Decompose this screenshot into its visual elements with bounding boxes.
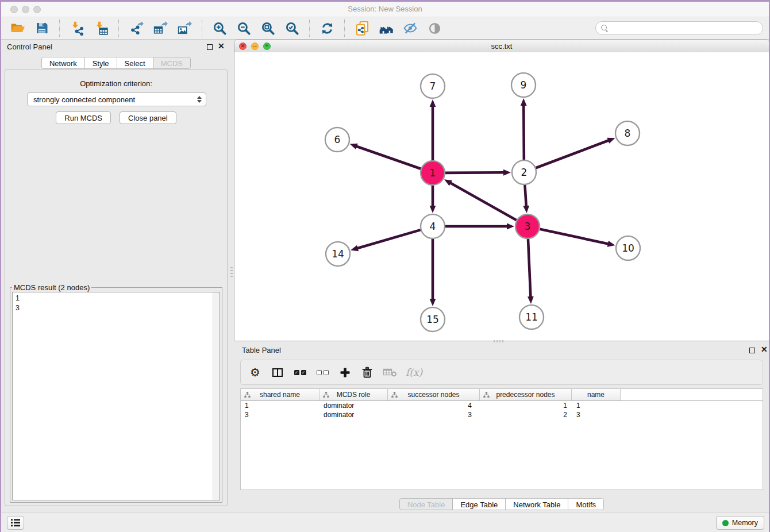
zoom-selected-icon[interactable] [283, 19, 301, 37]
refresh-layout-icon[interactable] [318, 19, 336, 37]
graph-node-8[interactable]: 8 [615, 121, 640, 145]
zoom-in-icon[interactable] [210, 19, 229, 37]
tab-network-table[interactable]: Network Table [505, 498, 568, 510]
first-neighbors-icon[interactable] [377, 19, 395, 37]
memory-button[interactable]: Memory [716, 516, 764, 530]
cell-shared-name[interactable]: 1 [241, 401, 319, 410]
graph-node-2[interactable]: 2 [512, 160, 536, 184]
save-session-icon[interactable] [33, 19, 51, 37]
application-window: Session: New Session [0, 0, 770, 532]
cell-predecessor-nodes[interactable]: 2 [480, 410, 572, 419]
task-history-button[interactable] [7, 516, 24, 530]
export-table-icon[interactable] [151, 19, 170, 37]
cell-successor-nodes[interactable]: 4 [388, 401, 480, 410]
tab-style[interactable]: Style [84, 57, 117, 69]
delete-column-icon[interactable] [360, 365, 374, 380]
control-panel-close-icon[interactable]: ✕ [218, 43, 225, 49]
mcds-result-list[interactable]: 13 [12, 292, 220, 500]
hide-selected-icon[interactable] [401, 19, 419, 37]
search-input[interactable] [611, 22, 763, 34]
import-network-icon[interactable] [68, 19, 86, 37]
graph-node-15[interactable]: 15 [421, 307, 445, 331]
horizontal-split-handle[interactable] [494, 340, 504, 342]
control-panel-float-icon[interactable] [207, 44, 213, 50]
select-all-checkboxes-icon[interactable]: ✓✓ [293, 365, 307, 380]
cell-name[interactable]: 3 [572, 410, 621, 419]
search-field[interactable] [595, 21, 763, 35]
graph-node-11[interactable]: 11 [519, 305, 544, 329]
result-item[interactable]: 1 [13, 294, 220, 303]
column-header-predecessor-nodes[interactable]: predecessor nodes [480, 389, 572, 400]
cell-shared-name[interactable]: 3 [241, 410, 319, 419]
graph-edge-3-10[interactable] [540, 229, 615, 247]
graph-edge-1-7[interactable] [430, 99, 436, 160]
table-panel-float-icon[interactable] [749, 348, 755, 353]
open-session-icon[interactable] [9, 19, 27, 37]
tab-motifs[interactable]: Motifs [568, 498, 604, 510]
graph-node-10[interactable]: 10 [616, 236, 640, 260]
graph-edge-1-4[interactable] [430, 186, 436, 213]
graph-edge-2-9[interactable] [521, 98, 527, 160]
graph-edge-2-3[interactable] [523, 185, 529, 213]
graph-node-1[interactable]: 1 [421, 161, 445, 185]
tab-node-table[interactable]: Node Table [399, 498, 453, 510]
tab-network[interactable]: Network [41, 57, 85, 69]
cell-mcds-role[interactable]: dominator [319, 401, 388, 410]
clone-network-icon[interactable] [353, 19, 371, 37]
graph-edge-4-14[interactable] [351, 230, 421, 251]
close-panel-button[interactable]: Close panel [120, 111, 176, 124]
run-mcds-button[interactable]: Run MCDS [56, 111, 111, 124]
export-image-icon[interactable] [175, 19, 194, 37]
vertical-split-handle[interactable] [230, 267, 233, 277]
column-header-name[interactable]: name [572, 389, 621, 400]
deselect-all-checkboxes-icon[interactable] [315, 365, 329, 380]
result-scrollbar[interactable] [213, 292, 220, 500]
column-header-mcds-role[interactable]: MCDS role [319, 389, 388, 400]
search-icon [601, 25, 609, 32]
export-network-icon[interactable] [127, 19, 145, 37]
cell-mcds-role[interactable]: dominator [319, 410, 388, 419]
graph-edge-2-8[interactable] [536, 138, 615, 168]
select-stepper-icon [197, 96, 202, 103]
graph-node-14[interactable]: 14 [326, 242, 350, 266]
tab-mcds[interactable]: MCDS [153, 57, 191, 69]
delete-table-icon[interactable] [383, 365, 397, 380]
graph-edge-3-11[interactable] [528, 239, 534, 304]
graph-edge-4-3[interactable] [445, 223, 514, 230]
graph-node-3[interactable]: 3 [515, 214, 540, 238]
result-item[interactable]: 3 [13, 303, 220, 313]
svg-text:15: 15 [426, 314, 439, 325]
graph-edge-3-1[interactable] [444, 179, 517, 220]
cell-name[interactable]: 1 [572, 401, 621, 410]
graph-node-7[interactable]: 7 [421, 74, 445, 98]
add-column-icon[interactable] [338, 365, 352, 380]
zoom-fit-icon[interactable] [259, 19, 277, 37]
node-table[interactable]: shared nameMCDS rolesuccessor nodesprede… [240, 388, 763, 490]
table-tabs: Node TableEdge TableNetwork TableMotifs [234, 498, 769, 510]
table-panel-close-icon[interactable]: ✕ [761, 346, 768, 352]
tab-select[interactable]: Select [117, 57, 153, 69]
table-row[interactable]: 1dominator411 [241, 401, 763, 410]
toolbar-separator [59, 20, 60, 37]
table-row[interactable]: 3dominator323 [241, 410, 763, 419]
graph-node-6[interactable]: 6 [325, 128, 349, 152]
network-window-titlebar[interactable]: ✕ ─ + scc.txt [234, 40, 769, 53]
graph-edge-1-6[interactable] [350, 144, 421, 169]
tab-edge-table[interactable]: Edge Table [452, 498, 506, 510]
zoom-out-icon[interactable] [234, 19, 253, 37]
cell-predecessor-nodes[interactable]: 1 [480, 401, 572, 410]
function-builder-icon[interactable]: f(x) [406, 365, 422, 380]
criterion-select[interactable]: strongly connected component [27, 92, 206, 106]
graph-edge-1-2[interactable] [445, 169, 511, 176]
column-header-shared-name[interactable]: shared name [241, 389, 319, 400]
cell-successor-nodes[interactable]: 3 [388, 410, 480, 419]
column-header-successor-nodes[interactable]: successor nodes [388, 389, 480, 400]
network-canvas[interactable]: 1234678910111415 [234, 52, 769, 341]
import-table-icon[interactable] [92, 19, 110, 37]
graph-node-4[interactable]: 4 [421, 214, 445, 238]
show-all-icon[interactable] [425, 19, 444, 37]
column-layout-icon[interactable] [271, 365, 284, 380]
graph-node-9[interactable]: 9 [511, 73, 536, 97]
settings-icon[interactable]: ⚙ [248, 365, 262, 380]
graph-edge-4-15[interactable] [430, 239, 436, 306]
